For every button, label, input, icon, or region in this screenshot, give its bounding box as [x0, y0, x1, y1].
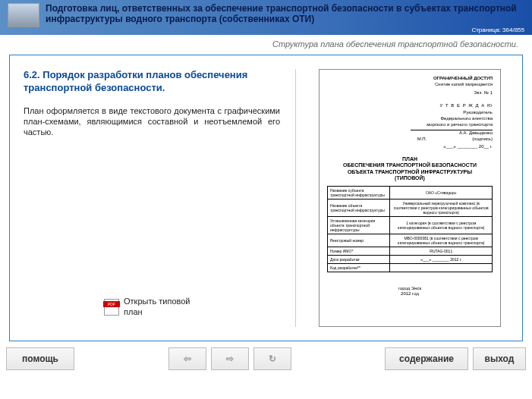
document-preview: ОГРАНИЧЕННЫЙ ДОСТУП Снятие копий запреща…	[319, 69, 501, 327]
subtitle: Структура плана обеспечения транспортной…	[0, 35, 532, 52]
table-cell-label: Номер ИМО*	[328, 247, 390, 256]
table-row: Код разработки**	[328, 264, 493, 272]
prev-button[interactable]: ⇦	[168, 347, 206, 370]
section-body: План оформляется в виде текстового докум…	[24, 105, 280, 138]
doc-copies: Снятие копий запрещается	[327, 82, 493, 88]
pdf-icon	[104, 299, 119, 316]
table-cell-value: RUTAG-0011	[390, 247, 493, 256]
doc-plan-l3: ОБЪЕКТА ТРАНСПОРТНОЙ ИНФРАСТРУКТУРЫ	[327, 169, 493, 175]
page-number: Страница: 364/855	[46, 27, 524, 33]
table-cell-value	[390, 264, 493, 272]
doc-approve-pos1: Руководитель	[327, 109, 493, 115]
table-row: Реестровый номерМВО-0000081 (в соответст…	[328, 234, 493, 247]
table-cell-label: Название объекта транспортной инфраструк…	[328, 200, 390, 217]
table-cell-label: Название субъекта транспортной инфрастру…	[328, 187, 390, 200]
table-cell-label: Установленная категория объекта транспор…	[328, 217, 390, 234]
table-row: Название объекта транспортной инфраструк…	[328, 200, 493, 217]
doc-plan-l1: ПЛАН	[327, 156, 493, 162]
table-row: Дата разработки«___» ________ 2012 г.	[328, 256, 493, 264]
doc-footer-city: город Энск	[327, 286, 493, 291]
doc-approve-pos2: Федерального агентства	[327, 115, 493, 121]
left-column: 6.2. Порядок разработки планов обеспечен…	[24, 69, 296, 327]
table-cell-value: 1 категория (в соответствии с реестром к…	[390, 217, 493, 234]
doc-plan-l4: (ТИПОВОЙ)	[327, 175, 493, 181]
doc-mp: М.П.	[417, 137, 427, 141]
exit-button[interactable]: выход	[473, 347, 526, 370]
doc-restricted: ОГРАНИЧЕННЫЙ ДОСТУП	[327, 76, 493, 82]
table-cell-value: МВО-0000081 (в соответствии с реестром к…	[390, 234, 493, 247]
table-cell-label: Код разработки**	[328, 264, 390, 272]
header-title: Подготовка лиц, ответственных за обеспеч…	[46, 3, 524, 25]
table-cell-label: Реестровый номер	[328, 234, 390, 247]
doc-plan-l2: ОБЕСПЕЧЕНИЯ ТРАНСПОРТНОЙ БЕЗОПАСНОСТИ	[327, 162, 493, 168]
table-row: Установленная категория объекта транспор…	[328, 217, 493, 234]
help-button[interactable]: помощь	[6, 347, 74, 370]
section-title: 6.2. Порядок разработки планов обеспечен…	[24, 69, 280, 95]
doc-signer: А.А. Давыденко	[327, 130, 493, 135]
right-column: ОГРАНИЧЕННЫЙ ДОСТУП Снятие копий запреща…	[311, 69, 508, 327]
open-plan-label: Открыть типовой план	[124, 297, 200, 316]
refresh-button[interactable]: ↻	[253, 347, 291, 370]
table-row: Название субъекта транспортной инфрастру…	[328, 187, 493, 200]
content-frame: 6.2. Порядок разработки планов обеспечен…	[9, 55, 523, 341]
doc-approve-pos3: морского и речного транспорта	[327, 121, 493, 127]
bottom-toolbar: помощь ⇦ ⇨ ↻ содержание выход	[0, 347, 532, 370]
table-cell-value: «___» ________ 2012 г.	[390, 256, 493, 264]
toc-button[interactable]: содержание	[385, 347, 468, 370]
header: Подготовка лиц, ответственных за обеспеч…	[0, 0, 532, 35]
doc-table: Название субъекта транспортной инфрастру…	[327, 186, 493, 272]
header-thumbnail	[8, 3, 39, 27]
next-button[interactable]: ⇨	[211, 347, 249, 370]
table-cell-label: Дата разработки	[328, 256, 390, 264]
doc-footer-year: 2012 год	[327, 291, 493, 297]
table-cell-value: ОАО «Стивидор»	[390, 187, 493, 200]
open-plan-link[interactable]: Открыть типовой план	[24, 297, 280, 316]
doc-exn: Экз. № 1	[327, 90, 493, 96]
doc-approve: У Т В Е Р Ж Д А Ю	[327, 102, 493, 108]
doc-date: «___» ________ 20__ г.	[327, 144, 493, 149]
table-cell-value: Универсальный перегрузочный комплекс (в …	[390, 200, 493, 217]
table-row: Номер ИМО*RUTAG-0011	[328, 247, 493, 256]
doc-sign-label: (подпись)	[472, 137, 493, 141]
